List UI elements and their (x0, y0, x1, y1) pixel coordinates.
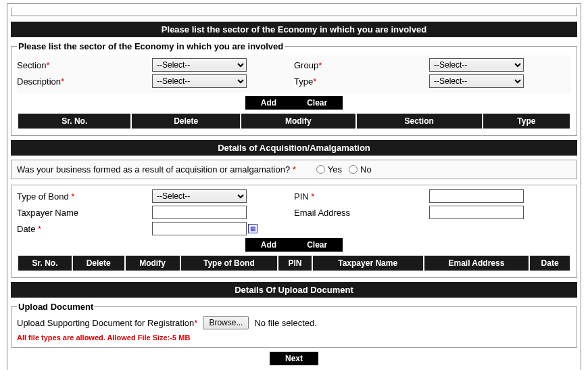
acquisition-yes-label: Yes (328, 164, 342, 175)
type-label: Type* (294, 76, 429, 87)
upload-fieldset: Upload Document Upload Supporting Docume… (11, 302, 577, 348)
upload-label: Upload Supporting Document for Registrat… (17, 318, 197, 328)
acquisition-section-header: Details of Acquisition/Amalgamation (11, 140, 577, 156)
economy-col-modify: Modify (241, 113, 356, 129)
browse-button[interactable]: Browse... (203, 316, 249, 329)
acq-col-taxpayer: Taxpayer Name (312, 255, 424, 271)
group-label: Group* (294, 60, 429, 70)
acq-col-modify: Modify (125, 255, 180, 271)
taxpayer-input[interactable] (152, 206, 247, 219)
date-label: Date * (17, 224, 152, 234)
economy-add-button[interactable]: Add (245, 96, 292, 110)
calendar-icon[interactable]: ▦ (248, 224, 258, 233)
next-button[interactable]: Next (270, 352, 318, 365)
pin-input[interactable] (429, 189, 524, 203)
description-select[interactable]: --Select-- (152, 74, 247, 88)
acq-col-bond: Type of Bond (180, 255, 278, 271)
taxpayer-label: Taxpayer Name (17, 208, 152, 218)
acquisition-fieldset: Type of Bond * --Select-- PIN * Taxpayer… (11, 185, 577, 278)
economy-col-section: Section (356, 113, 483, 129)
acquisition-table: Sr. No. Delete Modify Type of Bond PIN T… (17, 254, 571, 272)
bond-label: Type of Bond * (17, 191, 152, 202)
group-select[interactable]: --Select-- (429, 58, 524, 72)
acquisition-add-button[interactable]: Add (245, 238, 292, 252)
economy-col-srno: Sr. No. (18, 113, 131, 129)
upload-note: All file types are allowed. Allowed File… (17, 333, 571, 342)
pin-label: PIN * (294, 191, 429, 202)
acquisition-no-radio[interactable] (349, 165, 358, 174)
section-label: Section* (17, 60, 152, 70)
economy-table: Sr. No. Delete Modify Section Type (17, 112, 571, 130)
acq-col-srno: Sr. No. (18, 255, 72, 271)
upload-legend: Upload Document (17, 302, 95, 312)
acq-col-delete: Delete (72, 255, 125, 271)
economy-clear-button[interactable]: Clear (291, 96, 343, 110)
date-input[interactable] (152, 222, 247, 235)
economy-legend: Please list the sector of the Economy in… (17, 41, 285, 51)
acquisition-question: Was your business formed as a result of … (17, 164, 293, 175)
economy-col-type: Type (483, 113, 570, 129)
type-select[interactable]: --Select-- (429, 74, 524, 88)
economy-section-header: Please list the sector of the Economy in… (11, 22, 577, 37)
email-label: Email Address (294, 208, 429, 218)
acq-col-pin: PIN (278, 255, 312, 271)
acquisition-question-row: Was your business formed as a result of … (11, 160, 577, 179)
acq-col-date: Date (529, 255, 570, 271)
section-select[interactable]: --Select-- (152, 58, 247, 72)
description-label: Description* (17, 76, 152, 87)
acquisition-yes-radio[interactable] (316, 165, 325, 174)
email-input[interactable] (429, 206, 524, 219)
economy-col-delete: Delete (131, 113, 240, 129)
upload-section-header: Details Of Upload Document (11, 282, 577, 298)
bond-select[interactable]: --Select-- (152, 189, 247, 203)
acq-col-email: Email Address (424, 255, 530, 271)
no-file-text: No file selected. (254, 318, 317, 328)
bank-refund-partial (11, 7, 577, 16)
acquisition-clear-button[interactable]: Clear (291, 238, 343, 252)
acquisition-no-label: No (360, 164, 372, 175)
economy-fieldset: Please list the sector of the Economy in… (11, 41, 577, 136)
